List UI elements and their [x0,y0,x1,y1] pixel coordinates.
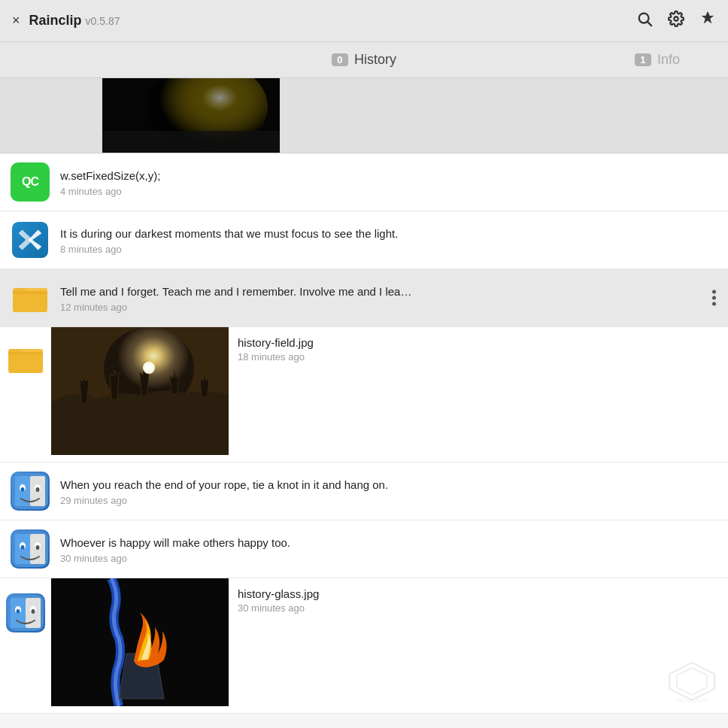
top-thumbnail [102,78,280,153]
history-label: History [354,52,396,68]
item-icon [9,528,51,570]
item-time: 12 minutes ago [60,302,719,313]
item-content: It is during our darkest moments that we… [60,226,719,255]
item-meta: history-glass.jpg 30 minutes ago [229,578,328,623]
svg-point-41 [32,609,35,614]
item-icon-placeholder [0,78,51,153]
image-thumbnail [51,578,229,706]
watermark: INSTALUJ.CZ [662,659,722,707]
svg-rect-14 [8,352,43,355]
list-item[interactable]: Whoever is happy will make others happy … [0,520,728,578]
item-icon [9,277,51,319]
thumbnail-area: history-field.jpg 18 minutes ago [51,327,728,462]
list-item[interactable]: When you reach the end of your rope, tie… [0,463,728,520]
finder-app-icon [11,529,50,569]
title-bar-right [636,11,716,31]
item-time: 30 minutes ago [60,553,719,564]
qc-app-icon: QC [11,162,50,202]
item-meta: history-field.jpg 18 minutes ago [229,327,323,372]
svg-point-2 [674,17,678,21]
more-options-button[interactable] [712,290,716,306]
item-time: 4 minutes ago [60,186,719,197]
list-item[interactable]: history-glass.jpg 30 minutes ago INSTALU… [0,578,728,714]
image-thumbnail [51,327,229,455]
tab-info[interactable]: 1 Info [617,46,698,74]
svg-text:INSTALUJ.CZ: INSTALUJ.CZ [675,698,709,703]
svg-rect-10 [13,291,47,294]
svg-point-26 [21,487,25,492]
item-content: Whoever is happy will make others happy … [60,535,719,564]
list-item [0,78,728,153]
thumbnail-area: history-glass.jpg 30 minutes ago [51,578,728,713]
svg-rect-5 [102,131,280,153]
item-content: Tell me and I forget. Teach me and I rem… [60,284,719,313]
item-time: 8 minutes ago [60,244,719,255]
folder-app-icon [6,339,45,378]
svg-point-34 [36,545,40,550]
content-area: QC w.setFixedSize(x,y); 4 minutes ago [0,78,728,728]
tab-bar: 0 History 1 Info [0,42,728,78]
item-icon [0,578,51,713]
info-label: Info [657,52,680,68]
list-item[interactable]: It is during our darkest moments that we… [0,211,728,269]
item-title: Whoever is happy will make others happy … [60,535,719,551]
pin-icon[interactable] [699,11,716,31]
item-time: 30 minutes ago [238,602,319,614]
vscode-app-icon [12,222,48,258]
svg-line-1 [648,22,651,26]
title-bar-left: × Rainclip v0.5.87 [12,13,120,29]
list-item[interactable]: QC w.setFixedSize(x,y); 4 minutes ago [0,153,728,211]
item-time: 29 minutes ago [60,495,719,506]
item-time: 18 minutes ago [238,351,314,362]
app-title: Rainclip v0.5.87 [29,13,120,29]
title-bar: × Rainclip v0.5.87 [0,0,728,42]
item-content: When you reach the end of your rope, tie… [60,477,719,506]
item-title: Tell me and I forget. Teach me and I rem… [60,284,719,299]
svg-point-19 [146,365,152,371]
list-item[interactable]: Tell me and I forget. Teach me and I rem… [0,269,728,327]
svg-rect-13 [8,352,43,373]
item-filename: history-glass.jpg [238,587,319,600]
tab-history[interactable]: 0 History [314,46,414,74]
item-title: It is during our darkest moments that we… [60,226,719,241]
svg-point-40 [17,609,20,614]
item-icon [9,219,51,261]
svg-marker-44 [677,668,707,695]
app-version: v0.5.87 [86,15,120,27]
search-icon[interactable] [636,11,653,31]
item-icon [9,470,51,512]
item-icon: QC [9,161,51,203]
item-icon [0,327,51,462]
list-item[interactable]: history-field.jpg 18 minutes ago [0,327,728,463]
item-title: w.setFixedSize(x,y); [60,168,719,184]
item-content: w.setFixedSize(x,y); 4 minutes ago [60,168,719,197]
item-filename: history-field.jpg [238,336,314,349]
folder-app-icon [11,278,50,317]
svg-point-33 [21,545,25,550]
svg-rect-9 [13,291,47,312]
item-title: When you reach the end of your rope, tie… [60,477,719,493]
svg-point-27 [36,487,40,492]
close-button[interactable]: × [12,13,20,29]
settings-icon[interactable] [668,11,684,31]
finder-app-icon [11,472,50,511]
info-badge: 1 [635,53,651,66]
history-badge: 0 [332,53,348,66]
finder-app-icon [6,593,45,632]
